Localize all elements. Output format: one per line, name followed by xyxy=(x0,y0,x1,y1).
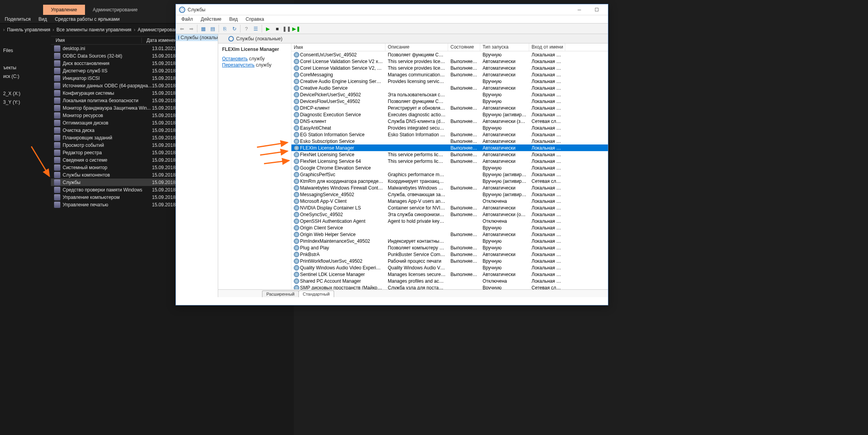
service-row[interactable]: KtmRm для координатора распределенных ..… xyxy=(291,178,608,184)
service-row[interactable]: MessagingService_49502Служба, отвечающая… xyxy=(291,191,608,198)
tree-item[interactable]: иск (C:) xyxy=(0,72,51,81)
crumb-1[interactable]: Панель управления xyxy=(5,27,52,32)
ribbon-tab-manage[interactable]: Управление xyxy=(43,5,85,15)
svc-logon: Локальная сист... xyxy=(529,218,565,224)
service-row[interactable]: PimIndexMaintenanceSvc_49502Индексирует … xyxy=(291,238,608,244)
services-grid[interactable]: Имя Описание Состояние Тип запуска Вход … xyxy=(291,43,608,289)
service-row[interactable]: ConsentUxUserSvc_49502Позволяет функциям… xyxy=(291,51,608,58)
col-name[interactable]: Имя xyxy=(51,38,142,43)
refresh-button[interactable]: ↻ xyxy=(230,24,239,33)
menu-action[interactable]: Действие xyxy=(198,16,225,23)
tree-item[interactable] xyxy=(0,38,51,46)
service-row[interactable]: Origin Client ServiceВручнуюЛокальная си… xyxy=(291,224,608,231)
svc-status: Выполняется xyxy=(448,232,480,237)
service-row[interactable]: CoreMessagingManages communication betw.… xyxy=(291,71,608,78)
start-button[interactable]: ▶ xyxy=(264,24,272,33)
tree-services-local[interactable]: Службы (локальн xyxy=(176,34,218,41)
tree-item[interactable]: 3_Y (Y:) xyxy=(0,98,51,106)
service-row[interactable]: DNS-клиентСлужба DNS-клиента (dnscach...… xyxy=(291,118,608,125)
svc-desc: Рабочий процесс печати xyxy=(385,258,448,264)
tab-standard[interactable]: Стандартный xyxy=(298,291,334,297)
item-name: desktop.ini xyxy=(63,46,152,51)
shortcut-icon xyxy=(54,45,60,52)
service-row[interactable]: EG Station Information ServiceEsko Stati… xyxy=(291,131,608,138)
col-logon[interactable]: Вход от имени xyxy=(529,43,565,51)
service-row[interactable]: Corel License Validation Service V2 x64,… xyxy=(291,58,608,65)
crumb-2[interactable]: Все элементы панели управления xyxy=(54,27,134,32)
export-button[interactable]: ▤ xyxy=(208,24,217,33)
svc-status: Выполняется xyxy=(448,65,480,71)
menu-share[interactable]: Поделиться xyxy=(5,16,31,22)
service-row[interactable]: DHCP-клиентРегистрирует и обновляет IP-а… xyxy=(291,105,608,111)
tree-item[interactable]: ъекты xyxy=(0,63,51,72)
svc-desc: Позволяет функциям Connect... xyxy=(385,99,448,104)
forward-button[interactable]: ➡ xyxy=(187,24,195,33)
svc-name: Origin Client Service xyxy=(300,225,343,231)
pause-button[interactable]: ❚❚ xyxy=(282,24,291,33)
tree-item[interactable] xyxy=(0,81,51,89)
service-row[interactable]: FlexNet Licensing Service 64This service… xyxy=(291,158,608,164)
stop-service-link[interactable]: Остановить xyxy=(222,56,248,61)
restart-button[interactable]: ▶❚ xyxy=(292,24,300,33)
svc-desc: Esko Station Information Service xyxy=(385,132,448,137)
service-row[interactable]: DevicePickerUserSvc_49502Эта пользовател… xyxy=(291,91,608,98)
console-tree[interactable]: Службы (локальн xyxy=(176,34,218,297)
tree-item[interactable]: Files xyxy=(0,46,51,55)
title-bar[interactable]: Службы ─ ☐ xyxy=(176,4,608,15)
service-row[interactable]: Diagnostic Execution ServiceExecutes dia… xyxy=(291,111,608,118)
service-row[interactable]: Esko Subscription ServiceВыполняетсяАвто… xyxy=(291,138,608,144)
service-row[interactable]: SMP дисковых пространств (Майкрософт)Слу… xyxy=(291,284,608,289)
tab-extended[interactable]: Расширенный xyxy=(262,291,299,297)
service-row[interactable]: Creative Audio ServiceВыполняетсяАвтомат… xyxy=(291,85,608,91)
stop-button[interactable]: ■ xyxy=(273,24,282,33)
minimize-button[interactable]: ─ xyxy=(571,5,588,14)
menu-help[interactable]: Справка xyxy=(242,16,267,23)
col-desc[interactable]: Описание xyxy=(385,43,448,51)
svc-status: Выполняется xyxy=(448,72,480,78)
service-row[interactable]: Creative Audio Engine Licensing ServiceP… xyxy=(291,78,608,85)
svc-status: Выполняется xyxy=(448,119,480,124)
service-row[interactable]: OpenSSH Authentication AgentAgent to hol… xyxy=(291,218,608,224)
menu-shortcut-tools[interactable]: Средства работы с ярлыками xyxy=(55,16,119,22)
service-row[interactable]: PnkBstrAPunkBuster Service Component...В… xyxy=(291,251,608,258)
service-row[interactable]: PrintWorkflowUserSvc_49502Рабочий процес… xyxy=(291,258,608,264)
svc-logon: Локальная слу... xyxy=(529,265,565,271)
service-row[interactable]: NVIDIA Display Container LSContainer ser… xyxy=(291,204,608,211)
service-row[interactable]: EasyAntiCheatProvides integrated securit… xyxy=(291,125,608,131)
service-row[interactable]: FLEXlm License ManagerВыполняетсяАвтомат… xyxy=(291,144,608,151)
svc-startup: Отключена xyxy=(480,278,529,284)
help-button[interactable]: ? xyxy=(242,24,251,33)
service-row[interactable]: Microsoft App-V ClientManages App-V user… xyxy=(291,198,608,204)
nav-tree[interactable]: Files ъектыиск (C:) 2_X (X:)3_Y (Y:) xyxy=(0,36,51,426)
col-status[interactable]: Состояние xyxy=(448,43,480,51)
service-row[interactable]: OneSyncSvc_49502Эта служба синхронизируе… xyxy=(291,211,608,218)
service-row[interactable]: FlexNet Licensing ServiceThis service pe… xyxy=(291,151,608,158)
service-row[interactable]: Corel License Validation Service V2, Pow… xyxy=(291,65,608,71)
service-row[interactable]: DevicesFlowUserSvc_49502Позволяет функци… xyxy=(291,98,608,105)
tree-item[interactable] xyxy=(0,55,51,63)
restart-service-link[interactable]: Перезапустить xyxy=(222,62,255,68)
item-name: Управление печатью xyxy=(63,202,152,208)
gear-icon xyxy=(294,272,299,277)
svc-name: FLEXlm License Manager xyxy=(300,145,354,151)
service-row[interactable]: Origin Web Helper ServiceВыполняетсяАвто… xyxy=(291,231,608,238)
service-row[interactable]: Sentinel LDK License ManagerManages lice… xyxy=(291,271,608,278)
service-row[interactable]: Shared PC Account ManagerManages profile… xyxy=(291,278,608,284)
back-button[interactable]: ⬅ xyxy=(177,24,186,33)
service-row[interactable]: Malwarebytes Windows Firewall ControlMal… xyxy=(291,184,608,191)
show-hide-button[interactable]: ▦ xyxy=(199,24,208,33)
refresh-all-button[interactable]: ⎘ xyxy=(221,24,229,33)
service-row[interactable]: Plug and PlayПозволяет компьютеру распо.… xyxy=(291,244,608,251)
ribbon-tab-admin[interactable]: Администрирование xyxy=(85,5,145,15)
properties-button[interactable]: ☰ xyxy=(251,24,260,33)
service-row[interactable]: GraphicsPerfSvcGraphics performance moni… xyxy=(291,171,608,178)
service-row[interactable]: Google Chrome Elevation ServiceВручнуюЛо… xyxy=(291,164,608,171)
menu-file[interactable]: Файл xyxy=(178,16,196,23)
service-row[interactable]: Quality Windows Audio Video ExperienceQu… xyxy=(291,264,608,271)
col-name[interactable]: Имя xyxy=(291,43,385,51)
menu-view[interactable]: Вид xyxy=(38,16,47,22)
menu-view[interactable]: Вид xyxy=(226,16,241,23)
tree-item[interactable]: 2_X (X:) xyxy=(0,89,51,98)
col-startup[interactable]: Тип запуска xyxy=(480,43,529,51)
maximize-button[interactable]: ☐ xyxy=(588,5,605,14)
